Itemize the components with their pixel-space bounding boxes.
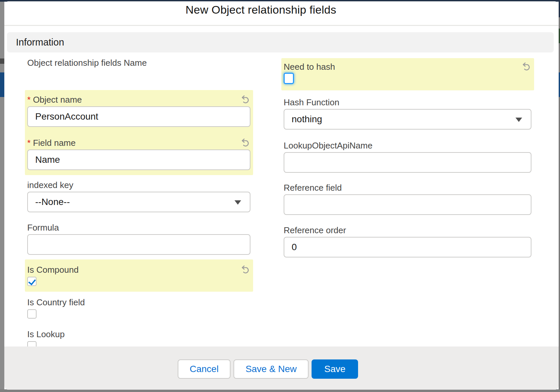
formula-label: Formula [27,223,59,232]
is-compound-label: Is Compound [27,265,79,274]
undo-icon [240,138,250,147]
field-name-label: *Field name [27,138,76,147]
field-formula: Formula [27,223,250,255]
backdrop-fragment [0,72,4,97]
need-to-hash-checkbox[interactable] [284,73,294,84]
backdrop-fragment [0,58,4,64]
required-asterisk: * [27,95,31,105]
dropdown-caret-icon [515,118,522,122]
field-reference-field: Reference field [284,183,531,215]
highlight-is-compound-group: Is Compound [25,259,253,292]
section-title: Information [16,37,64,48]
undo-icon [240,264,250,274]
hash-function-select[interactable]: nothing [284,109,531,130]
formula-input[interactable] [27,234,250,255]
backdrop-fragment [559,29,560,43]
undo-need-to-hash-button[interactable] [521,61,531,71]
field-is-country: Is Country field [27,298,250,319]
undo-object-name-button[interactable] [240,94,250,104]
cancel-button[interactable]: Cancel [178,359,231,379]
undo-is-compound-button[interactable] [240,264,250,274]
highlight-need-to-hash-group: Need to hash [281,58,534,90]
lookup-object-api-name-input[interactable] [284,152,531,173]
field-hash-function: Hash Function nothing [284,98,531,130]
field-name-input[interactable] [27,149,250,170]
field-object-name: *Object name [27,95,250,127]
backdrop-fragment [559,72,560,97]
form-column-right: Need to hash Hash Function nothing Looku… [281,58,534,257]
modal-footer: Cancel Save & New Save [4,346,559,390]
page-backdrop-bottom [0,389,560,392]
field-reference-order: Reference order [284,226,531,257]
required-asterisk: * [27,138,31,148]
lookup-object-api-name-label: LookupObjectApiName [284,141,372,150]
modal-header: New Object relationship fields [4,1,559,25]
reference-field-input[interactable] [284,194,531,215]
form-column-left: Object relationship fields Name *Object … [25,58,253,350]
save-button[interactable]: Save [312,359,358,379]
reference-order-label: Reference order [284,226,346,235]
object-name-label: *Object name [27,95,82,104]
is-compound-checkbox[interactable] [27,277,37,286]
record-name-label: Object relationship fields Name [27,58,147,67]
is-lookup-label: Is Lookup [27,330,65,339]
page-backdrop-right [559,0,560,392]
field-field-name: *Field name [27,138,250,170]
backdrop-fragment [559,0,560,17]
reference-field-label: Reference field [284,183,342,192]
dropdown-caret-icon [234,200,241,205]
need-to-hash-label: Need to hash [284,62,335,71]
field-lookup-object-api-name: LookupObjectApiName [284,141,531,173]
indexed-key-value: --None-- [35,197,70,207]
object-name-input[interactable] [27,106,250,127]
modal-title: New Object relationship fields [186,3,336,16]
highlight-name-fields-group: *Object name *Field name [25,90,253,175]
is-country-checkbox[interactable] [27,309,37,319]
reference-order-input[interactable] [284,237,531,257]
undo-field-name-button[interactable] [240,138,250,147]
hash-function-value: nothing [292,114,322,125]
undo-icon [240,94,250,104]
hash-function-label: Hash Function [284,98,339,107]
header-divider [4,25,559,26]
undo-icon [521,61,531,71]
field-indexed-key: indexed key --None-- [27,180,250,212]
indexed-key-select[interactable]: --None-- [27,192,250,212]
section-header-information: Information [7,32,554,52]
indexed-key-label: indexed key [27,180,73,190]
new-record-modal: New Object relationship fields Informati… [4,1,559,390]
field-record-name: Object relationship fields Name [27,58,253,67]
save-and-new-button[interactable]: Save & New [233,359,309,379]
is-country-label: Is Country field [27,298,85,307]
page-backdrop-left [0,0,4,392]
